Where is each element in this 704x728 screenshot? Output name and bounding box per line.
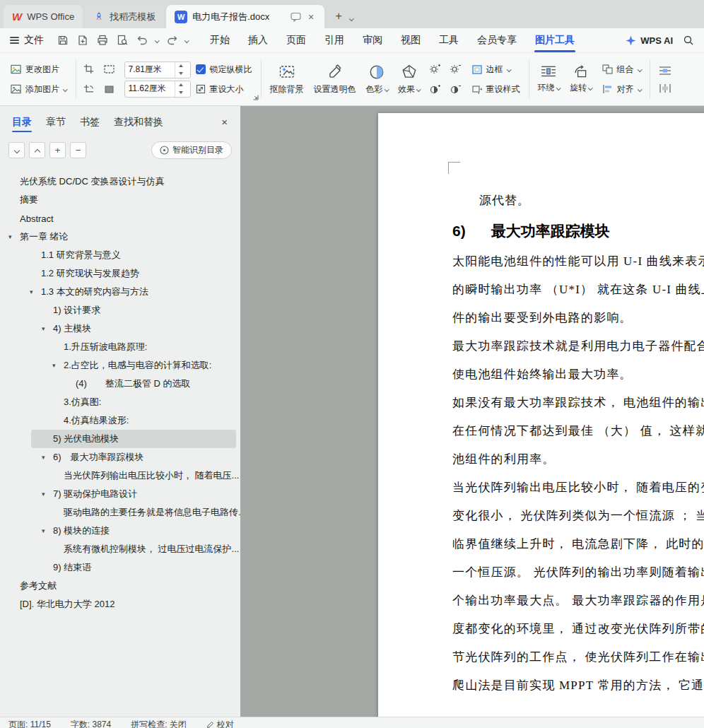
tab-docer-templates[interactable]: 找稻壳模板 <box>85 5 164 28</box>
tab-bookmarks[interactable]: 书签 <box>74 106 106 138</box>
crop-ratio-icon[interactable] <box>80 81 98 99</box>
crop-shape-icon[interactable] <box>100 60 119 78</box>
toc-item[interactable]: 1.2 研究现状与发展趋势 <box>0 264 240 283</box>
color-button[interactable]: 色彩 <box>361 57 394 102</box>
picture-height-input[interactable] <box>125 84 175 94</box>
undo-dropdown-chevron-icon[interactable] <box>155 38 159 42</box>
word-count[interactable]: 字数: 3874 <box>71 719 111 728</box>
menu-tab-视图[interactable]: 视图 <box>392 28 430 52</box>
menu-tab-审阅[interactable]: 审阅 <box>353 28 392 52</box>
toc-item[interactable]: 光伏系统 DC/DC 变换器设计与仿真 <box>0 172 240 191</box>
add-picture-button[interactable]: 添加图片 <box>6 81 72 98</box>
menu-tab-工具[interactable]: 工具 <box>430 28 468 52</box>
toc-item[interactable]: 4.仿真结果波形: <box>0 411 240 430</box>
distribute-vertical-icon[interactable] <box>654 81 676 96</box>
redo-dropdown-chevron-icon[interactable] <box>184 38 189 42</box>
collapse-arrow-icon[interactable]: ▾ <box>52 362 64 369</box>
align-button[interactable]: 对齐 <box>597 81 647 98</box>
chat-bubble-icon[interactable] <box>291 12 301 22</box>
spell-check-status[interactable]: 拼写检查: 关闭 <box>131 719 187 728</box>
print-preview-icon[interactable] <box>113 32 131 49</box>
toc-item[interactable]: 5) 光伏电池模块 <box>31 430 236 448</box>
toc-item[interactable]: ▾8) 模块的连接 <box>0 522 240 540</box>
decrease-contrast-icon[interactable] <box>446 81 464 99</box>
export-icon[interactable] <box>74 32 92 49</box>
search-icon[interactable] <box>683 35 694 46</box>
toc-item[interactable]: 3.仿真图: <box>0 393 240 411</box>
lock-aspect-ratio-checkbox[interactable]: 锁定纵横比 <box>191 61 257 78</box>
toc-item[interactable]: ▾4) 主模块 <box>0 319 240 338</box>
toc-item[interactable]: ▾2.占空比，电感与电容的计算和选取: <box>0 356 240 375</box>
collapse-all-button[interactable] <box>29 142 45 158</box>
width-step-down-icon[interactable] <box>175 70 187 78</box>
document-page[interactable]: 源代替。 6) 最大功率跟踪模块 太阳能电池组件的性能可以用 U-I 曲线来表示… <box>378 113 704 717</box>
smart-toc-button[interactable]: 智能识别目录 <box>151 141 232 159</box>
toc-item[interactable]: 1) 设计要求 <box>0 301 240 319</box>
toc-item[interactable]: 1.1 研究背景与意义 <box>0 246 240 264</box>
toc-item[interactable]: ▾第一章 绪论 <box>0 228 240 246</box>
reset-size-button[interactable]: 重设大小 <box>191 81 257 98</box>
toc-item[interactable]: Abstract <box>0 209 240 228</box>
distribute-horizontal-icon[interactable] <box>654 63 676 78</box>
toc-item[interactable]: ▾7) 驱动保护电路设计 <box>0 485 240 503</box>
proofread-button[interactable]: 校对 <box>206 719 234 728</box>
page-indicator[interactable]: 页面: 11/15 <box>8 719 51 728</box>
wrap-text-button[interactable]: 环绕 <box>533 57 565 102</box>
menu-tab-会员专享[interactable]: 会员专享 <box>468 28 526 52</box>
border-button[interactable]: 边框 <box>467 61 525 78</box>
width-step-up-icon[interactable] <box>175 62 187 70</box>
menu-tab-页面[interactable]: 页面 <box>277 28 315 52</box>
dialog-launcher-icon[interactable] <box>252 94 259 100</box>
tab-document-active[interactable]: W 电力电子报告.docx × <box>166 5 324 28</box>
menu-tab-插入[interactable]: 插入 <box>239 28 277 52</box>
zoom-in-level-button[interactable]: + <box>49 142 66 158</box>
toc-item[interactable]: 摘要 <box>0 191 240 209</box>
wps-ai-button[interactable]: WPS AI <box>626 35 673 46</box>
change-picture-button[interactable]: 更改图片 <box>6 61 72 78</box>
tab-wps-office[interactable]: W WPS Office <box>4 5 83 28</box>
tab-list-chevron-icon[interactable] <box>349 16 353 20</box>
close-pane-icon[interactable]: × <box>218 115 230 129</box>
height-step-up-icon[interactable] <box>175 81 187 89</box>
toc-item[interactable]: [D]. 华北电力大学 2012 <box>0 595 240 613</box>
collapse-arrow-icon[interactable]: ▾ <box>30 288 41 295</box>
collapse-arrow-icon[interactable]: ▾ <box>42 454 53 461</box>
picture-width-input[interactable] <box>125 65 175 75</box>
collapse-arrow-icon[interactable]: ▾ <box>42 527 53 534</box>
redo-icon[interactable] <box>163 32 181 49</box>
print-icon[interactable] <box>93 32 112 49</box>
tab-chapters[interactable]: 章节 <box>40 106 72 138</box>
increase-brightness-icon[interactable] <box>426 60 444 78</box>
toc-item[interactable]: ▾1.3 本文的研究内容与方法 <box>0 283 240 301</box>
collapse-arrow-icon[interactable]: ▾ <box>42 325 53 332</box>
collapse-arrow-icon[interactable]: ▾ <box>42 491 53 498</box>
reset-style-button[interactable]: 重设样式 <box>467 81 525 98</box>
menu-tab-开始[interactable]: 开始 <box>201 28 239 52</box>
tab-contents[interactable]: 目录 <box>6 106 38 138</box>
increase-contrast-icon[interactable] <box>426 81 444 99</box>
toc-item[interactable]: 当光伏阵列输出电压比较小时， 随着电压... <box>0 466 240 485</box>
file-menu-button[interactable]: 文件 <box>7 34 49 47</box>
expand-all-button[interactable] <box>8 142 25 158</box>
tab-find-replace[interactable]: 查找和替换 <box>107 106 170 138</box>
toc-item[interactable]: 驱动电路的主要任务就是将信息电子电路传... <box>0 503 240 522</box>
decrease-brightness-icon[interactable] <box>446 60 464 78</box>
toc-item[interactable]: (4) 整流二极管 D 的选取 <box>0 375 240 393</box>
new-tab-button[interactable]: + <box>330 8 347 25</box>
remove-background-button[interactable]: 抠除背景 <box>265 57 309 102</box>
undo-icon[interactable] <box>133 32 151 49</box>
toc-item[interactable]: 参考文献 <box>0 577 240 595</box>
height-step-down-icon[interactable] <box>175 89 187 97</box>
toc-item[interactable]: 9) 结束语 <box>0 558 240 577</box>
set-transparent-color-button[interactable]: 设置透明色 <box>309 57 361 102</box>
close-tab-icon[interactable]: × <box>306 11 316 23</box>
menu-tab-图片工具[interactable]: 图片工具 <box>526 28 584 52</box>
group-button[interactable]: 组合 <box>597 61 647 78</box>
crop-icon[interactable] <box>80 60 98 78</box>
crop-fill-icon[interactable] <box>100 81 119 99</box>
rotate-button[interactable]: 旋转 <box>565 57 597 102</box>
menu-tab-引用[interactable]: 引用 <box>315 28 353 52</box>
zoom-out-level-button[interactable]: − <box>70 142 86 158</box>
save-icon[interactable] <box>54 32 72 49</box>
effects-button[interactable]: 效果 <box>393 57 426 102</box>
